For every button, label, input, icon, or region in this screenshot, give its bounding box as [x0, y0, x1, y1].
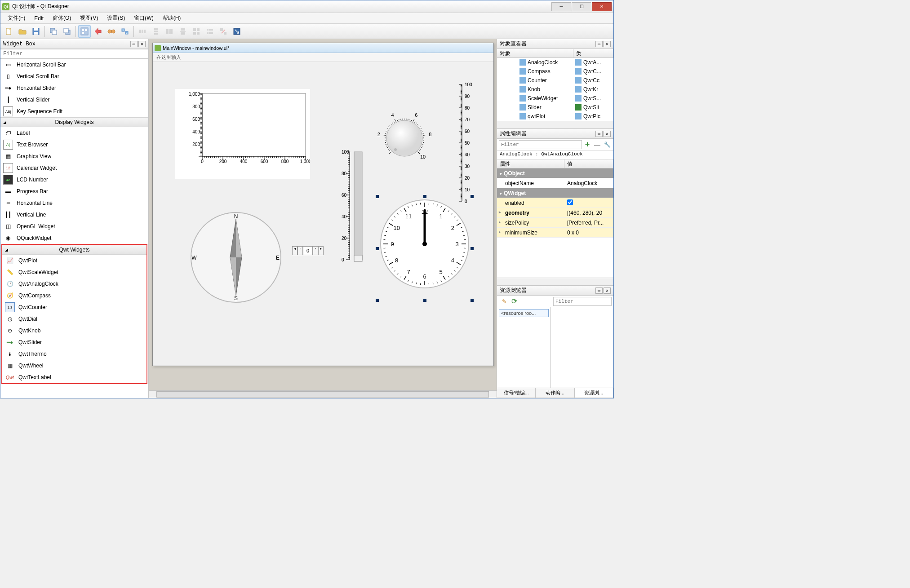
qwtscale-widget[interactable]: 1009080706050403020100 [458, 80, 476, 206]
adjust-size-icon[interactable] [231, 25, 243, 38]
widget-item[interactable]: ━●Horizontal Slider [0, 82, 148, 94]
selection-handle[interactable] [376, 299, 379, 302]
object-tree[interactable]: AnalogClockQwtA... CompassQwtC... Counte… [497, 58, 613, 121]
property-row[interactable]: ▸geometry[(460, 280), 20 [497, 208, 613, 218]
object-row[interactable]: KnobQwtKr [497, 85, 613, 94]
menu-form[interactable]: 窗体(O) [48, 13, 75, 23]
minimize-button[interactable]: ─ [551, 2, 571, 11]
tab-action-editor[interactable]: 动作编... [536, 388, 574, 398]
new-file-icon[interactable] [3, 25, 15, 38]
qwtplot-widget[interactable]: 1,000 800 600 400 200 [175, 89, 310, 179]
qwtcompass-widget[interactable]: N E S W [184, 206, 288, 309]
widget-item[interactable]: ▯Vertical Scroll Bar [0, 71, 148, 82]
widget-item[interactable]: ◷QwtDial [2, 313, 146, 325]
resource-filter-input[interactable] [553, 297, 612, 306]
property-grid[interactable]: ▾QObject objectNameAnalogClock ▾QWidget … [497, 168, 613, 278]
selection-handle[interactable] [471, 247, 474, 250]
menu-edit[interactable]: Edit [30, 14, 48, 23]
layout-grid-icon[interactable] [190, 25, 203, 38]
layout-v-icon[interactable] [150, 25, 162, 38]
counter-inc-button[interactable]: › [313, 246, 318, 255]
tab-resource-browser[interactable]: 资源浏... [575, 388, 613, 398]
counter-dec2-button[interactable]: ◂ [292, 246, 297, 255]
widget-item[interactable]: ┃Vertical Slider [0, 94, 148, 106]
menu-window[interactable]: 窗口(W) [129, 13, 158, 23]
widget-item[interactable]: 12Calendar Widget [0, 162, 148, 174]
property-row[interactable]: objectNameAnalogClock [497, 178, 613, 188]
property-group[interactable]: ▾QObject [497, 168, 613, 178]
widget-item[interactable]: 🏷Label [0, 127, 148, 139]
send-back-icon[interactable] [47, 25, 60, 38]
menu-settings[interactable]: 设置(S) [102, 13, 129, 23]
maximize-button[interactable]: ☐ [572, 2, 591, 11]
qwtanalogclock-widget[interactable]: 121234567891011 [377, 197, 472, 300]
edit-signals-icon[interactable] [92, 25, 104, 38]
close-button[interactable]: ✕ [592, 2, 612, 11]
qwtthermo-widget[interactable]: 100806040200 [342, 147, 364, 264]
layout-h-icon[interactable] [136, 25, 149, 38]
widget-item[interactable]: ┃┃Vertical Line [0, 209, 148, 221]
layout-hsplit-icon[interactable] [163, 25, 176, 38]
widget-item[interactable]: 📈QwtPlot [2, 255, 146, 266]
widget-item[interactable]: ◉QQuickWidget [0, 232, 148, 244]
form-canvas[interactable]: 1,000 800 600 400 200 [153, 62, 493, 366]
object-inspector-close-button[interactable]: ✕ [604, 41, 611, 47]
selection-handle[interactable] [376, 195, 379, 198]
widget-list[interactable]: ▭Horizontal Scroll Bar ▯Vertical Scroll … [0, 59, 148, 398]
layout-form-icon[interactable] [204, 25, 216, 38]
resource-browser-close-button[interactable]: ✕ [604, 287, 611, 294]
form-menubar[interactable]: 在这里输入 [153, 53, 493, 62]
break-layout-icon[interactable] [217, 25, 230, 38]
enabled-checkbox[interactable] [567, 199, 573, 205]
widget-item[interactable]: ⊙QwtKnob [2, 325, 146, 336]
edit-tab-order-icon[interactable]: 12 [119, 25, 131, 38]
object-inspector-float-button[interactable]: ▭ [595, 41, 603, 47]
form-window[interactable]: MainWindow - mainwindow.ui* 在这里输入 1,000 [152, 43, 494, 366]
menu-file[interactable]: 文件(F) [3, 13, 30, 23]
object-row[interactable]: AnalogClockQwtA... [497, 58, 613, 67]
resource-root-item[interactable]: <resource roo... [499, 309, 549, 317]
object-row[interactable]: SliderQwtSli [497, 103, 613, 112]
widget-item[interactable]: ━●QwtSlider [2, 336, 146, 348]
edit-widgets-icon[interactable] [78, 25, 91, 38]
selection-handle[interactable] [423, 299, 426, 302]
open-file-icon[interactable] [16, 25, 29, 38]
qwtknob-widget[interactable]: 246810 [373, 107, 436, 170]
widget-box-float-button[interactable]: ▭ [130, 41, 138, 47]
widget-item[interactable]: AB|Key Sequence Edit [0, 106, 148, 117]
widget-category-qwt[interactable]: ◢Qwt Widgets [2, 245, 146, 255]
property-row[interactable]: ▸minimumSize0 x 0 [497, 228, 613, 238]
edit-buddies-icon[interactable] [105, 25, 118, 38]
selection-handle[interactable] [423, 195, 426, 198]
widget-item[interactable]: 🧭QwtCompass [2, 290, 146, 301]
canvas-hscrollbar[interactable] [149, 390, 497, 398]
object-row[interactable]: ScaleWidgetQwtS... [497, 94, 613, 103]
widget-item[interactable]: ▦Graphics View [0, 150, 148, 162]
widget-item[interactable]: 🌡QwtThermo [2, 348, 146, 360]
save-file-icon[interactable] [30, 25, 42, 38]
widget-item[interactable]: ◫OpenGL Widget [0, 221, 148, 232]
tab-signals-slots[interactable]: 信号/槽编... [497, 388, 536, 398]
property-remove-button[interactable]: — [593, 140, 602, 149]
property-row[interactable]: enabled [497, 198, 613, 208]
widget-item[interactable]: ▥QwtWheel [2, 360, 146, 371]
menu-view[interactable]: 视图(V) [75, 13, 102, 23]
layout-vsplit-icon[interactable] [177, 25, 189, 38]
property-row[interactable]: ▸sizePolicy[Preferred, Pr... [497, 218, 613, 228]
resource-browser-float-button[interactable]: ▭ [595, 287, 603, 294]
widget-item[interactable]: 🕐QwtAnalogClock [2, 278, 146, 290]
property-editor-float-button[interactable]: ▭ [595, 131, 603, 137]
property-add-button[interactable]: + [583, 140, 592, 149]
selection-handle[interactable] [471, 195, 474, 198]
object-hscrollbar[interactable] [497, 121, 613, 128]
resource-reload-button[interactable]: ⟳ [510, 297, 519, 306]
property-filter-input[interactable] [499, 140, 582, 149]
widget-item[interactable]: QwtQwtTextLabel [2, 371, 146, 383]
property-group[interactable]: ▾QWidget [497, 188, 613, 198]
widget-item[interactable]: ▭Horizontal Scroll Bar [0, 59, 148, 71]
property-hscrollbar[interactable] [497, 278, 613, 285]
qwtcounter-widget[interactable]: ◂ ‹ 0 › ▸ [292, 246, 324, 255]
selection-handle[interactable] [471, 299, 474, 302]
bring-front-icon[interactable] [61, 25, 73, 38]
property-config-button[interactable]: 🔧 [603, 140, 612, 149]
